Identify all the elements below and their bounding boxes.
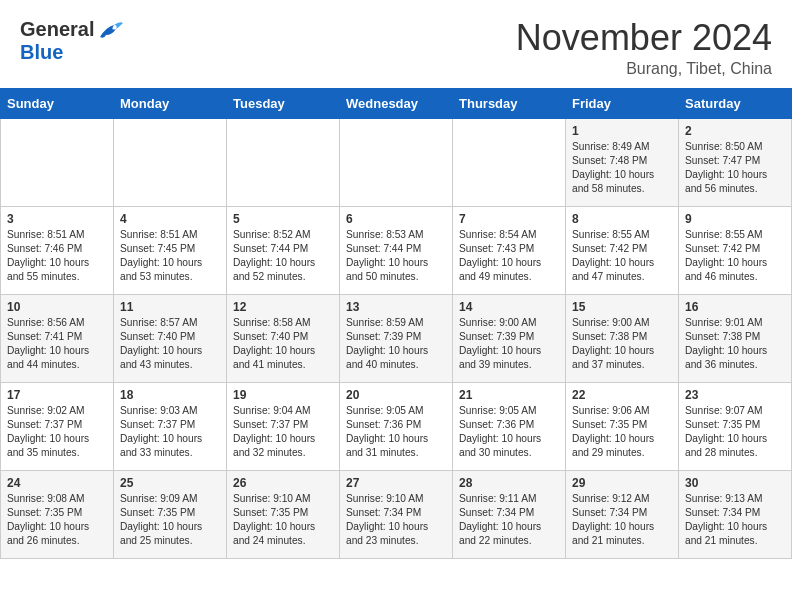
calendar-week-row: 1Sunrise: 8:49 AM Sunset: 7:48 PM Daylig… — [1, 118, 792, 206]
calendar-cell: 8Sunrise: 8:55 AM Sunset: 7:42 PM Daylig… — [566, 206, 679, 294]
day-info: Sunrise: 8:54 AM Sunset: 7:43 PM Dayligh… — [459, 228, 559, 285]
logo-general-text: General — [20, 18, 94, 41]
day-number: 20 — [346, 388, 446, 402]
day-number: 24 — [7, 476, 107, 490]
calendar-cell: 12Sunrise: 8:58 AM Sunset: 7:40 PM Dayli… — [227, 294, 340, 382]
day-number: 4 — [120, 212, 220, 226]
logo: General Blue — [20, 18, 124, 64]
day-number: 25 — [120, 476, 220, 490]
weekday-header: Saturday — [679, 88, 792, 118]
calendar-cell: 1Sunrise: 8:49 AM Sunset: 7:48 PM Daylig… — [566, 118, 679, 206]
day-info: Sunrise: 9:13 AM Sunset: 7:34 PM Dayligh… — [685, 492, 785, 549]
day-number: 30 — [685, 476, 785, 490]
calendar-week-row: 10Sunrise: 8:56 AM Sunset: 7:41 PM Dayli… — [1, 294, 792, 382]
day-number: 2 — [685, 124, 785, 138]
day-info: Sunrise: 9:06 AM Sunset: 7:35 PM Dayligh… — [572, 404, 672, 461]
day-number: 11 — [120, 300, 220, 314]
calendar-cell: 27Sunrise: 9:10 AM Sunset: 7:34 PM Dayli… — [340, 470, 453, 558]
day-info: Sunrise: 9:04 AM Sunset: 7:37 PM Dayligh… — [233, 404, 333, 461]
calendar-cell: 4Sunrise: 8:51 AM Sunset: 7:45 PM Daylig… — [114, 206, 227, 294]
day-info: Sunrise: 8:58 AM Sunset: 7:40 PM Dayligh… — [233, 316, 333, 373]
day-number: 8 — [572, 212, 672, 226]
calendar-cell: 11Sunrise: 8:57 AM Sunset: 7:40 PM Dayli… — [114, 294, 227, 382]
calendar-cell — [453, 118, 566, 206]
calendar-cell — [227, 118, 340, 206]
day-info: Sunrise: 9:02 AM Sunset: 7:37 PM Dayligh… — [7, 404, 107, 461]
calendar-cell: 7Sunrise: 8:54 AM Sunset: 7:43 PM Daylig… — [453, 206, 566, 294]
calendar-cell: 24Sunrise: 9:08 AM Sunset: 7:35 PM Dayli… — [1, 470, 114, 558]
calendar-cell: 19Sunrise: 9:04 AM Sunset: 7:37 PM Dayli… — [227, 382, 340, 470]
day-number: 22 — [572, 388, 672, 402]
day-info: Sunrise: 9:10 AM Sunset: 7:34 PM Dayligh… — [346, 492, 446, 549]
calendar-cell — [340, 118, 453, 206]
weekday-header: Friday — [566, 88, 679, 118]
day-number: 14 — [459, 300, 559, 314]
weekday-header: Monday — [114, 88, 227, 118]
day-info: Sunrise: 9:12 AM Sunset: 7:34 PM Dayligh… — [572, 492, 672, 549]
calendar-cell: 16Sunrise: 9:01 AM Sunset: 7:38 PM Dayli… — [679, 294, 792, 382]
day-info: Sunrise: 8:51 AM Sunset: 7:45 PM Dayligh… — [120, 228, 220, 285]
calendar-cell: 28Sunrise: 9:11 AM Sunset: 7:34 PM Dayli… — [453, 470, 566, 558]
day-number: 16 — [685, 300, 785, 314]
day-number: 6 — [346, 212, 446, 226]
page-header: General Blue November 2024 Burang, Tibet… — [0, 0, 792, 88]
day-info: Sunrise: 8:50 AM Sunset: 7:47 PM Dayligh… — [685, 140, 785, 197]
logo-blue-text: Blue — [20, 41, 63, 64]
day-info: Sunrise: 9:10 AM Sunset: 7:35 PM Dayligh… — [233, 492, 333, 549]
day-number: 1 — [572, 124, 672, 138]
day-number: 13 — [346, 300, 446, 314]
day-info: Sunrise: 9:11 AM Sunset: 7:34 PM Dayligh… — [459, 492, 559, 549]
calendar-table: SundayMondayTuesdayWednesdayThursdayFrid… — [0, 88, 792, 559]
day-info: Sunrise: 8:55 AM Sunset: 7:42 PM Dayligh… — [685, 228, 785, 285]
calendar-cell — [1, 118, 114, 206]
day-number: 12 — [233, 300, 333, 314]
day-info: Sunrise: 8:56 AM Sunset: 7:41 PM Dayligh… — [7, 316, 107, 373]
day-info: Sunrise: 8:51 AM Sunset: 7:46 PM Dayligh… — [7, 228, 107, 285]
day-info: Sunrise: 9:07 AM Sunset: 7:35 PM Dayligh… — [685, 404, 785, 461]
calendar-cell: 22Sunrise: 9:06 AM Sunset: 7:35 PM Dayli… — [566, 382, 679, 470]
weekday-header-row: SundayMondayTuesdayWednesdayThursdayFrid… — [1, 88, 792, 118]
day-number: 15 — [572, 300, 672, 314]
page-subtitle: Burang, Tibet, China — [516, 60, 772, 78]
calendar-cell: 23Sunrise: 9:07 AM Sunset: 7:35 PM Dayli… — [679, 382, 792, 470]
calendar-cell: 26Sunrise: 9:10 AM Sunset: 7:35 PM Dayli… — [227, 470, 340, 558]
calendar-cell: 25Sunrise: 9:09 AM Sunset: 7:35 PM Dayli… — [114, 470, 227, 558]
weekday-header: Wednesday — [340, 88, 453, 118]
day-info: Sunrise: 9:03 AM Sunset: 7:37 PM Dayligh… — [120, 404, 220, 461]
calendar-week-row: 3Sunrise: 8:51 AM Sunset: 7:46 PM Daylig… — [1, 206, 792, 294]
day-info: Sunrise: 9:05 AM Sunset: 7:36 PM Dayligh… — [346, 404, 446, 461]
day-number: 18 — [120, 388, 220, 402]
day-info: Sunrise: 9:09 AM Sunset: 7:35 PM Dayligh… — [120, 492, 220, 549]
day-info: Sunrise: 9:00 AM Sunset: 7:39 PM Dayligh… — [459, 316, 559, 373]
day-number: 9 — [685, 212, 785, 226]
day-info: Sunrise: 8:55 AM Sunset: 7:42 PM Dayligh… — [572, 228, 672, 285]
day-info: Sunrise: 8:53 AM Sunset: 7:44 PM Dayligh… — [346, 228, 446, 285]
day-info: Sunrise: 9:00 AM Sunset: 7:38 PM Dayligh… — [572, 316, 672, 373]
title-section: November 2024 Burang, Tibet, China — [516, 18, 772, 78]
day-info: Sunrise: 9:05 AM Sunset: 7:36 PM Dayligh… — [459, 404, 559, 461]
calendar-cell: 10Sunrise: 8:56 AM Sunset: 7:41 PM Dayli… — [1, 294, 114, 382]
day-number: 29 — [572, 476, 672, 490]
day-info: Sunrise: 9:08 AM Sunset: 7:35 PM Dayligh… — [7, 492, 107, 549]
day-number: 23 — [685, 388, 785, 402]
day-number: 21 — [459, 388, 559, 402]
logo-bird-icon — [96, 19, 124, 41]
page-title: November 2024 — [516, 18, 772, 58]
weekday-header: Tuesday — [227, 88, 340, 118]
day-number: 7 — [459, 212, 559, 226]
calendar-cell: 13Sunrise: 8:59 AM Sunset: 7:39 PM Dayli… — [340, 294, 453, 382]
calendar-cell — [114, 118, 227, 206]
calendar-cell: 14Sunrise: 9:00 AM Sunset: 7:39 PM Dayli… — [453, 294, 566, 382]
day-info: Sunrise: 8:52 AM Sunset: 7:44 PM Dayligh… — [233, 228, 333, 285]
calendar-week-row: 24Sunrise: 9:08 AM Sunset: 7:35 PM Dayli… — [1, 470, 792, 558]
day-number: 5 — [233, 212, 333, 226]
calendar-week-row: 17Sunrise: 9:02 AM Sunset: 7:37 PM Dayli… — [1, 382, 792, 470]
calendar-cell: 30Sunrise: 9:13 AM Sunset: 7:34 PM Dayli… — [679, 470, 792, 558]
calendar-cell: 2Sunrise: 8:50 AM Sunset: 7:47 PM Daylig… — [679, 118, 792, 206]
calendar-cell: 9Sunrise: 8:55 AM Sunset: 7:42 PM Daylig… — [679, 206, 792, 294]
calendar-cell: 15Sunrise: 9:00 AM Sunset: 7:38 PM Dayli… — [566, 294, 679, 382]
day-info: Sunrise: 8:59 AM Sunset: 7:39 PM Dayligh… — [346, 316, 446, 373]
day-number: 10 — [7, 300, 107, 314]
calendar-cell: 20Sunrise: 9:05 AM Sunset: 7:36 PM Dayli… — [340, 382, 453, 470]
day-number: 3 — [7, 212, 107, 226]
